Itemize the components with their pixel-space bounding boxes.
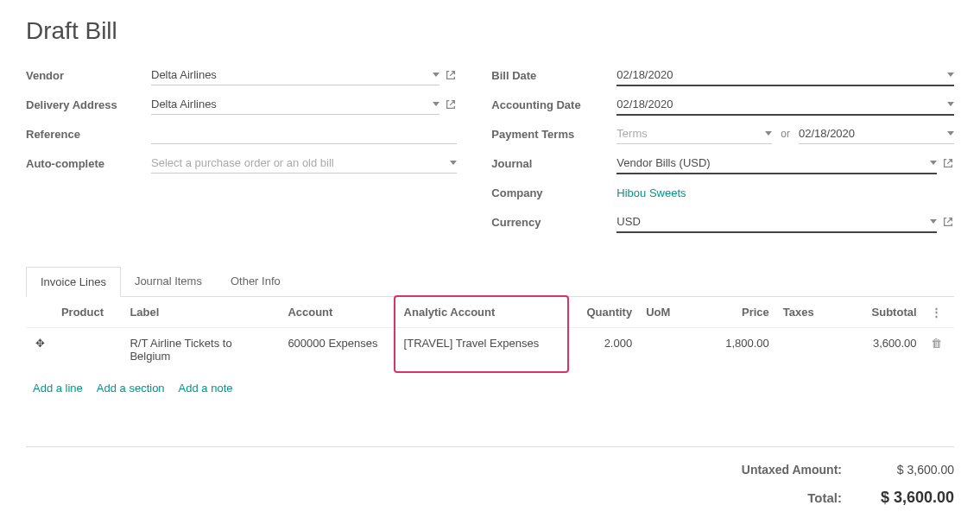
chevron-down-icon[interactable] <box>450 161 457 165</box>
delivery-input[interactable] <box>151 94 439 115</box>
tabs: Invoice Lines Journal Items Other Info <box>26 266 954 297</box>
col-product: Product <box>54 297 123 328</box>
or-text: or <box>781 128 790 140</box>
cell-subtotal[interactable]: 3,600.00 <box>839 328 924 372</box>
page-title: Draft Bill <box>26 17 954 45</box>
cell-uom[interactable] <box>639 328 692 372</box>
payment-due-field[interactable] <box>799 125 944 142</box>
bill-date-label: Bill Date <box>491 69 616 82</box>
col-analytic: Analytic Account <box>397 297 566 328</box>
col-account: Account <box>281 297 396 328</box>
vendor-label: Vendor <box>26 69 151 82</box>
delivery-label: Delivery Address <box>26 98 151 111</box>
vendor-input[interactable] <box>151 65 439 85</box>
autocomplete-label: Auto-complete <box>26 157 151 170</box>
chevron-down-icon[interactable] <box>765 131 772 136</box>
col-subtotal: Subtotal <box>839 297 924 328</box>
cell-product[interactable] <box>54 328 123 372</box>
total-label: Total: <box>807 490 842 505</box>
external-link-icon[interactable] <box>942 157 954 169</box>
total-value: $ 3,600.00 <box>868 489 954 507</box>
form-col-right: Bill Date Accounting Date Payment Terms <box>491 64 954 240</box>
col-label: Label <box>123 297 281 328</box>
autocomplete-input[interactable] <box>151 153 457 174</box>
add-line-link[interactable]: Add a line <box>33 382 83 395</box>
col-price: Price <box>692 297 776 328</box>
col-quantity: Quantity <box>566 297 639 328</box>
cell-account[interactable]: 600000 Expenses <box>281 328 396 372</box>
cell-label[interactable]: R/T Airline Tickets to Belgium <box>123 328 281 372</box>
reference-field[interactable] <box>151 125 457 142</box>
invoice-lines-table-wrap: Product Label Account Analytic Account Q… <box>26 297 954 371</box>
tab-journal-items[interactable]: Journal Items <box>120 266 217 296</box>
payment-terms-input[interactable] <box>616 123 772 144</box>
journal-input[interactable] <box>616 153 937 174</box>
untaxed-value: $ 3,600.00 <box>868 463 954 477</box>
col-taxes: Taxes <box>776 297 839 328</box>
external-link-icon[interactable] <box>942 216 954 228</box>
cell-analytic[interactable]: [TRAVEL] Travel Expenses <box>397 328 566 372</box>
form-header: Vendor Delivery Address <box>26 64 954 240</box>
payment-due-input[interactable] <box>799 123 954 144</box>
payment-terms-label: Payment Terms <box>491 128 616 141</box>
chevron-down-icon[interactable] <box>947 73 954 77</box>
bill-date-input[interactable] <box>616 65 954 86</box>
untaxed-label: Untaxed Amount: <box>742 463 842 477</box>
col-uom: UoM <box>639 297 692 328</box>
form-col-left: Vendor Delivery Address <box>26 64 457 240</box>
journal-field[interactable] <box>616 155 926 171</box>
cell-quantity[interactable]: 2.000 <box>566 328 639 372</box>
table-row[interactable]: ✥ R/T Airline Tickets to Belgium 600000 … <box>26 328 954 372</box>
chevron-down-icon[interactable] <box>947 102 954 106</box>
bill-date-field[interactable] <box>616 66 944 83</box>
line-actions: Add a line Add a section Add a note <box>26 371 954 412</box>
chevron-down-icon[interactable] <box>930 219 937 224</box>
currency-label: Currency <box>491 216 616 229</box>
chevron-down-icon[interactable] <box>433 102 439 106</box>
external-link-icon[interactable] <box>445 69 457 81</box>
tab-invoice-lines[interactable]: Invoice Lines <box>26 267 121 297</box>
journal-label: Journal <box>491 157 616 170</box>
chevron-down-icon[interactable] <box>433 73 439 77</box>
cell-delete[interactable]: 🗑 <box>924 328 954 372</box>
cell-price[interactable]: 1,800.00 <box>692 328 776 372</box>
drag-handle-icon[interactable]: ✥ <box>26 328 54 372</box>
reference-label: Reference <box>26 128 151 141</box>
company-value[interactable]: Hibou Sweets <box>616 186 686 199</box>
accounting-date-field[interactable] <box>616 96 944 112</box>
accounting-date-input[interactable] <box>616 94 954 116</box>
col-drag <box>26 297 54 328</box>
chevron-down-icon[interactable] <box>947 131 954 136</box>
cell-taxes[interactable] <box>776 328 839 372</box>
accounting-date-label: Accounting Date <box>491 98 616 111</box>
currency-field[interactable] <box>616 213 926 230</box>
invoice-lines-table: Product Label Account Analytic Account Q… <box>26 297 954 371</box>
vendor-field[interactable] <box>151 66 429 83</box>
company-label: Company <box>491 186 616 199</box>
col-actions: ⋮ <box>924 297 954 328</box>
totals: Untaxed Amount: $ 3,600.00 Total: $ 3,60… <box>26 446 954 507</box>
more-icon[interactable]: ⋮ <box>931 306 942 319</box>
add-note-link[interactable]: Add a note <box>179 382 233 395</box>
tab-other-info[interactable]: Other Info <box>216 266 295 296</box>
chevron-down-icon[interactable] <box>930 161 937 165</box>
external-link-icon[interactable] <box>445 98 457 111</box>
currency-input[interactable] <box>616 212 937 233</box>
delivery-field[interactable] <box>151 96 429 112</box>
reference-input[interactable] <box>151 123 457 144</box>
trash-icon[interactable]: 🗑 <box>931 337 942 350</box>
autocomplete-field[interactable] <box>151 155 446 171</box>
add-section-link[interactable]: Add a section <box>97 382 165 395</box>
payment-terms-field[interactable] <box>616 125 762 142</box>
